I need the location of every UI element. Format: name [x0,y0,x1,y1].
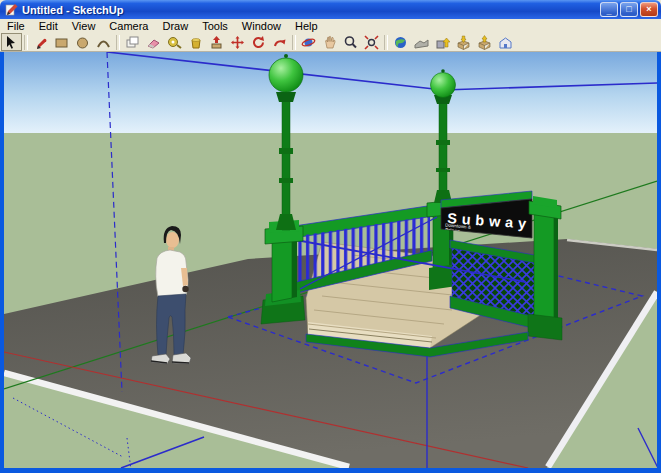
title-bar[interactable]: Untitled - SketchUp _ □ × [0,0,661,19]
window-border-right [657,52,661,473]
tool-paint-bucket-button[interactable] [185,33,206,51]
right-lamp-globe [431,73,456,98]
tape-measure-icon [167,35,182,50]
orbit-icon [301,35,316,50]
tool-arc-button[interactable] [93,33,114,51]
tool-line-button[interactable] [30,33,51,51]
window-border-left [0,52,4,473]
menu-item-help[interactable]: Help [288,20,325,32]
tool-pan-button[interactable] [319,33,340,51]
move-icon [230,35,245,50]
offset-icon [272,35,287,50]
tool-make-component-button[interactable] [122,33,143,51]
arc-icon [96,35,111,50]
minimize-button[interactable]: _ [600,2,618,17]
circle-icon [75,35,90,50]
tool-zoom-extents-button[interactable] [361,33,382,51]
maximize-button[interactable]: □ [620,2,638,17]
tool-move-button[interactable] [227,33,248,51]
tool-orbit-button[interactable] [298,33,319,51]
zoom-extents-icon [364,35,379,50]
paint-bucket-icon [188,35,203,50]
toolbar [0,33,661,52]
viewport-canvas: Subway Downtown & Prince [4,52,657,468]
tool-3d-warehouse-button[interactable] [495,33,516,51]
toolbar-separator [24,35,28,50]
tool-place-model-button[interactable] [432,33,453,51]
menu-item-draw[interactable]: Draw [155,20,195,32]
place-model-icon [435,35,450,50]
tool-push-pull-button[interactable] [206,33,227,51]
close-button[interactable]: × [640,2,658,17]
push-pull-icon [209,35,224,50]
tool-toggle-terrain-button[interactable] [411,33,432,51]
tool-get-current-view-button[interactable] [390,33,411,51]
sky [4,52,657,133]
tool-eraser-button[interactable] [143,33,164,51]
tool-share-model-button[interactable] [474,33,495,51]
menu-item-file[interactable]: File [0,20,32,32]
toolbar-separator [116,35,120,50]
tool-rotate-button[interactable] [248,33,269,51]
tool-tape-measure-button[interactable] [164,33,185,51]
sketchup-window: { "window": { "title": "Untitled - Sketc… [0,0,661,473]
tool-select-button[interactable] [1,33,22,51]
viewport[interactable]: Subway Downtown & Prince [4,52,657,468]
share-model-icon [477,35,492,50]
left-lamp-globe [269,58,303,92]
menu-item-tools[interactable]: Tools [195,20,235,32]
globe-icon [393,35,408,50]
toolbar-separator [384,35,388,50]
pan-icon [322,35,337,50]
rotate-icon [251,35,266,50]
select-icon [4,35,19,50]
tool-get-models-button[interactable] [453,33,474,51]
window-title: Untitled - SketchUp [22,4,600,16]
rectangle-icon [54,35,69,50]
make-component-icon [125,35,140,50]
warehouse-home-icon [498,35,513,50]
tool-circle-button[interactable] [72,33,93,51]
app-icon [5,3,18,16]
menu-item-edit[interactable]: Edit [32,20,65,32]
window-border-bottom [0,468,661,473]
terrain-icon [414,35,429,50]
zoom-icon [343,35,358,50]
menu-item-view[interactable]: View [65,20,103,32]
menu-item-camera[interactable]: Camera [102,20,155,32]
toolbar-separator [292,35,296,50]
tool-offset-button[interactable] [269,33,290,51]
get-models-icon [456,35,471,50]
menu-item-window[interactable]: Window [235,20,288,32]
tool-rectangle-button[interactable] [51,33,72,51]
menu-bar: File Edit View Camera Draw Tools Window … [0,19,661,33]
line-icon [33,35,48,50]
eraser-icon [146,35,161,50]
tool-zoom-button[interactable] [340,33,361,51]
